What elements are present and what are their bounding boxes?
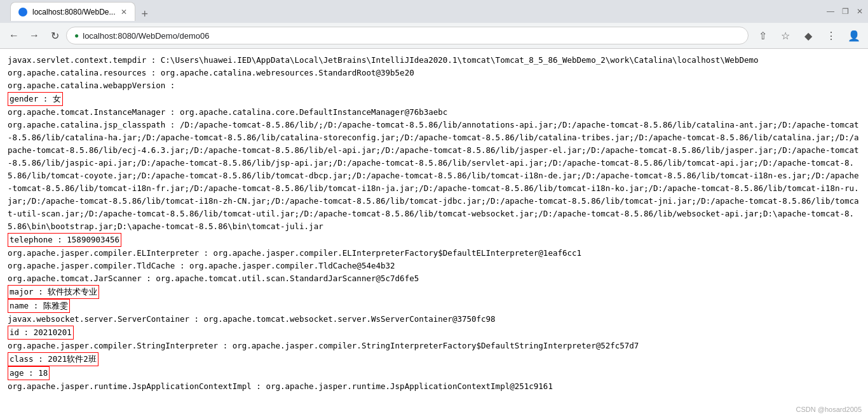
- back-icon: ←: [9, 30, 19, 41]
- nav-bar: ← → ↻ ● localhost:8080/WebDemo/demo06 ⇧ …: [0, 23, 868, 48]
- line-4: gender : 女: [8, 92, 860, 106]
- tab-title: localhost:8080/WebDe...: [32, 8, 116, 17]
- line-7: telephone : 15890903456: [8, 233, 860, 247]
- window-controls-right: — ❐ ✕: [827, 7, 863, 16]
- nav-actions: ⇧ ☆ ◆ ⋮ 👤: [754, 27, 863, 44]
- line-11: major : 软件技术专业: [8, 285, 860, 299]
- name-highlight: name : 陈雅雯: [8, 299, 70, 313]
- title-bar: localhost:8080/WebDe... ✕ + — ❐ ✕: [0, 0, 868, 23]
- age-highlight: age : 18: [8, 366, 50, 380]
- extensions-button[interactable]: ◆: [799, 27, 817, 44]
- line-9: org.apache.jasper.compiler.TldCache : or…: [8, 260, 860, 272]
- close-icon[interactable]: ✕: [857, 7, 863, 16]
- active-tab[interactable]: localhost:8080/WebDe... ✕: [10, 2, 135, 21]
- major-highlight: major : 软件技术专业: [8, 285, 99, 299]
- forward-icon: →: [29, 30, 39, 41]
- tab-bar: localhost:8080/WebDe... ✕ +: [10, 2, 827, 21]
- line-18: org.apache.jasper.runtime.JspApplication…: [8, 380, 860, 393]
- lock-icon: ●: [74, 31, 79, 40]
- line-6: org.apache.catalina.jsp_classpath : /D:/…: [8, 119, 860, 233]
- class-highlight: class : 2021软件2班: [8, 352, 98, 366]
- line-2: org.apache.catalina.resources : org.apac…: [8, 67, 860, 79]
- line-15: org.apache.jasper.compiler.StringInterpr…: [8, 340, 860, 352]
- id-highlight: id : 20210201: [8, 326, 74, 340]
- maximize-icon[interactable]: ❐: [842, 7, 849, 16]
- browser-menu-button[interactable]: ⋮: [822, 27, 840, 44]
- tab-close-button[interactable]: ✕: [121, 8, 127, 17]
- watermark: CSDN @hosard2005: [796, 406, 862, 413]
- tab-favicon: [18, 8, 27, 17]
- gender-highlight: gender : 女: [8, 92, 63, 106]
- profile-button[interactable]: 👤: [845, 27, 863, 44]
- line-8: org.apache.jasper.compiler.ELInterpreter…: [8, 247, 860, 260]
- line-3: org.apache.catalina.webappVersion :: [8, 79, 860, 92]
- forward-button[interactable]: →: [25, 27, 43, 44]
- minimize-icon[interactable]: —: [827, 7, 834, 16]
- new-tab-button[interactable]: +: [138, 8, 153, 21]
- browser-chrome: localhost:8080/WebDe... ✕ + — ❐ ✕ ← → ↻ …: [0, 0, 868, 49]
- line-5: org.apache.tomcat.InstanceManager : org.…: [8, 106, 860, 119]
- share-button[interactable]: ⇧: [754, 27, 771, 44]
- address-bar[interactable]: ● localhost:8080/WebDemo/demo06: [66, 27, 749, 44]
- line-16: class : 2021软件2班: [8, 352, 860, 366]
- line-10: org.apache.tomcat.JarScanner : org.apach…: [8, 272, 860, 285]
- page-content: javax.servlet.context.tempdir : C:\Users…: [0, 49, 868, 417]
- line-12: name : 陈雅雯: [8, 299, 860, 313]
- reload-button[interactable]: ↻: [46, 27, 64, 44]
- line-17: age : 18: [8, 366, 860, 380]
- line-14: id : 20210201: [8, 326, 860, 340]
- telephone-highlight: telephone : 15890903456: [8, 233, 121, 247]
- line-1: javax.servlet.context.tempdir : C:\Users…: [8, 54, 860, 67]
- back-button[interactable]: ←: [5, 27, 23, 44]
- reload-icon: ↻: [51, 30, 59, 42]
- bookmark-button[interactable]: ☆: [776, 27, 794, 44]
- line-13: javax.websocket.server.ServerContainer :…: [8, 313, 860, 326]
- url-text: localhost:8080/WebDemo/demo06: [83, 31, 209, 41]
